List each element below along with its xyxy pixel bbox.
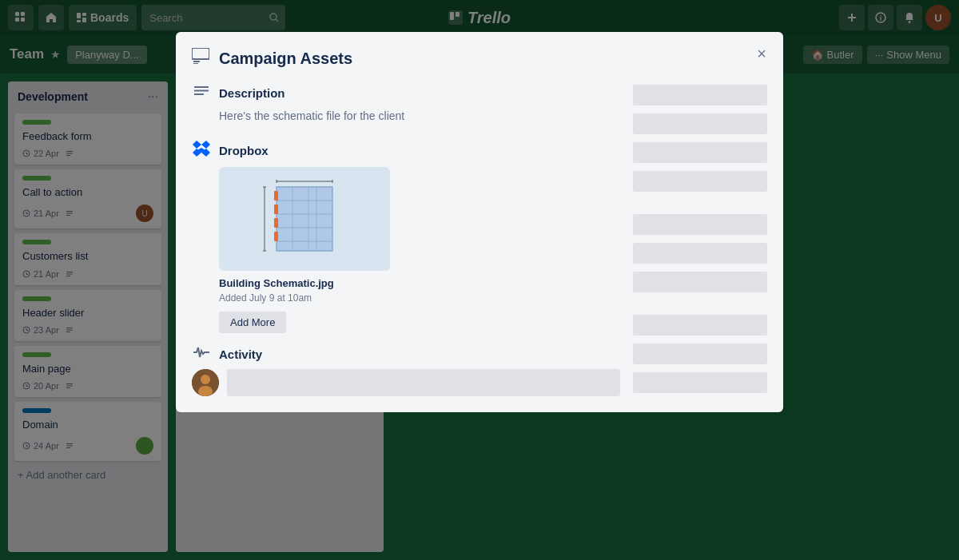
- file-name: Building Schematic.jpg: [219, 277, 620, 289]
- sidebar-action-bar: [633, 272, 767, 292]
- activity-input-row: [192, 369, 620, 396]
- card-modal: × Campaign Assets: [176, 32, 783, 412]
- add-more-button[interactable]: Add More: [219, 312, 286, 333]
- file-preview-image: [219, 167, 390, 271]
- sidebar-action-bar: [633, 315, 767, 336]
- svg-marker-61: [201, 141, 210, 149]
- sidebar-action-bar: [633, 142, 767, 163]
- svg-point-85: [201, 375, 210, 384]
- modal-sidebar: [633, 85, 767, 396]
- description-icon: [192, 85, 211, 101]
- svg-rect-74: [274, 191, 278, 201]
- activity-section-header: Activity: [192, 346, 620, 363]
- dropbox-section-header: Dropbox: [192, 141, 620, 161]
- sidebar-action-bar: [633, 85, 767, 105]
- modal-main-content: Description Here's the schematic file fo…: [192, 85, 620, 396]
- modal-header: Campaign Assets: [192, 48, 767, 69]
- file-preview[interactable]: [219, 167, 390, 271]
- svg-rect-75: [274, 205, 278, 214]
- activity-section-title: Activity: [219, 348, 262, 361]
- modal-title: Campaign Assets: [219, 50, 352, 68]
- dropbox-section: Dropbox: [192, 141, 620, 333]
- svg-rect-77: [274, 232, 278, 241]
- dropbox-icon: [192, 141, 211, 161]
- activity-section: Activity: [192, 346, 620, 396]
- modal-overlay[interactable]: × Campaign Assets: [0, 0, 959, 560]
- activity-icon: [192, 346, 211, 363]
- description-section-header: Description: [192, 85, 620, 101]
- modal-body: Description Here's the schematic file fo…: [192, 85, 767, 396]
- sidebar-action-bar: [633, 214, 767, 235]
- dropbox-section-title: Dropbox: [219, 144, 269, 157]
- sidebar-action-bar: [633, 372, 767, 393]
- sidebar-action-bar: [633, 113, 767, 134]
- activity-input[interactable]: [227, 369, 620, 396]
- activity-avatar: [192, 369, 219, 396]
- svg-rect-54: [192, 48, 209, 59]
- svg-rect-76: [274, 218, 278, 228]
- description-text: Here's the schematic file for the client: [219, 108, 620, 125]
- description-section-title: Description: [219, 86, 285, 100]
- building-schematic-image: [257, 175, 352, 263]
- modal-close-button[interactable]: ×: [750, 42, 774, 66]
- sidebar-action-bar: [633, 171, 767, 192]
- dropbox-file: Building Schematic.jpg Added July 9 at 1…: [219, 167, 620, 333]
- sidebar-action-bar: [633, 344, 767, 364]
- svg-marker-60: [193, 141, 201, 149]
- card-icon: [192, 48, 209, 69]
- sidebar-action-bar: [633, 243, 767, 264]
- file-date: Added July 9 at 10am: [219, 292, 620, 304]
